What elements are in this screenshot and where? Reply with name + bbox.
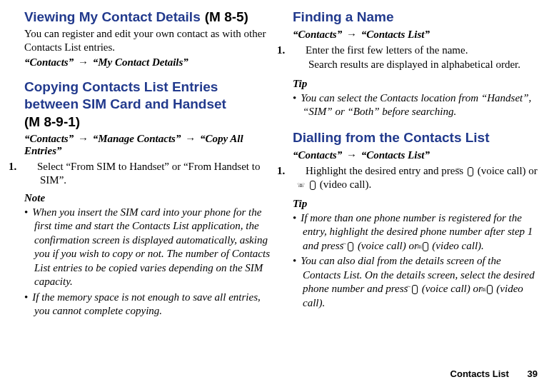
call-key-icon: ⌒: [348, 242, 353, 251]
video-key-icon: ☏: [487, 285, 493, 294]
arrow-icon: →: [345, 149, 358, 161]
note-heading: Note: [24, 192, 271, 204]
path-seg: “Contacts”: [293, 29, 342, 40]
tip-text: You can select the Contacts location fro…: [301, 92, 531, 118]
step-text: Highlight the desired entry and press ⌒ …: [306, 165, 538, 191]
tip-item: •If more than one phone number is regist…: [293, 211, 540, 253]
path-seg: “Contacts”: [24, 56, 74, 68]
path-seg: “Manage Contacts”: [93, 133, 181, 144]
page: Viewing My Contact Details (M 8-5) You c…: [0, 0, 559, 320]
step-number: 1.: [293, 44, 306, 58]
step-text: Enter the first few letters of the name.: [306, 44, 468, 56]
step-item: 1.Enter the first few letters of the nam…: [293, 44, 540, 58]
note-item: •When you insert the SIM card into your …: [24, 206, 271, 289]
arrow-icon: →: [76, 133, 90, 144]
step-subtext: Search results are displayed in alphabet…: [293, 58, 540, 72]
arrow-icon: →: [76, 56, 90, 68]
step-number: 1.: [293, 164, 306, 179]
step-text: Select “From SIM to Handset” or “From Ha…: [37, 161, 260, 186]
tip-text: If more than one phone number is registe…: [301, 212, 533, 251]
note-item: •If the memory space is not enough to sa…: [24, 291, 271, 318]
nav-path-find: “Contacts” → “Contacts List”: [293, 29, 540, 41]
nav-path-my-contact: “Contacts” → “My Contact Details”: [24, 56, 271, 69]
left-column: Viewing My Contact Details (M 8-5) You c…: [24, 9, 271, 320]
heading-viewing: Viewing My Contact Details: [24, 9, 201, 26]
tip-text: You can also dial from the details scree…: [301, 255, 534, 308]
note-text: If the memory space is not enough to sav…: [32, 291, 261, 317]
tip-item: •You can also dial from the details scre…: [293, 254, 540, 310]
path-seg: “Contacts”: [24, 133, 74, 144]
arrow-icon: →: [183, 133, 197, 144]
heading-copying: Copying Contacts List Entries between SI…: [24, 79, 271, 113]
note-text: When you insert the SIM card into your p…: [32, 206, 270, 288]
menu-code-copying: (M 8-9-1): [24, 114, 271, 130]
tip-heading: Tip: [293, 198, 540, 210]
tip-heading: Tip: [293, 78, 540, 90]
heading-finding: Finding a Name: [293, 9, 540, 26]
arrow-icon: →: [345, 29, 358, 40]
nav-path-copy: “Contacts” → “Manage Contacts” → “Copy A…: [24, 133, 271, 157]
heading-dialling: Dialling from the Contacts List: [293, 129, 540, 146]
call-key-icon: ⌒: [412, 285, 418, 294]
path-seg: “My Contact Details”: [93, 56, 188, 68]
footer-section: Contacts List: [450, 368, 509, 379]
step-item: 1.Select “From SIM to Handset” or “From …: [24, 160, 271, 188]
right-column: Finding a Name “Contacts” → “Contacts Li…: [293, 9, 540, 320]
tip-item: •You can select the Contacts location fr…: [293, 91, 540, 119]
path-seg: “Contacts”: [293, 149, 342, 161]
menu-code-viewing: (M 8-5): [205, 9, 248, 25]
step-number: 1.: [24, 160, 37, 174]
footer-page-number: 39: [528, 368, 538, 379]
nav-path-dial: “Contacts” → “Contacts List”: [293, 149, 540, 161]
video-key-icon: ☏: [310, 181, 316, 190]
step-item: 1.Highlight the desired entry and press …: [293, 164, 540, 192]
path-seg: “Contacts List”: [361, 149, 430, 161]
call-key-icon: ⌒: [468, 167, 473, 176]
path-seg: “Contacts List”: [361, 29, 430, 40]
intro-text: You can register and edit your own conta…: [24, 27, 271, 54]
page-footer: Contacts List 39: [450, 368, 538, 379]
video-key-icon: ☏: [423, 242, 428, 251]
